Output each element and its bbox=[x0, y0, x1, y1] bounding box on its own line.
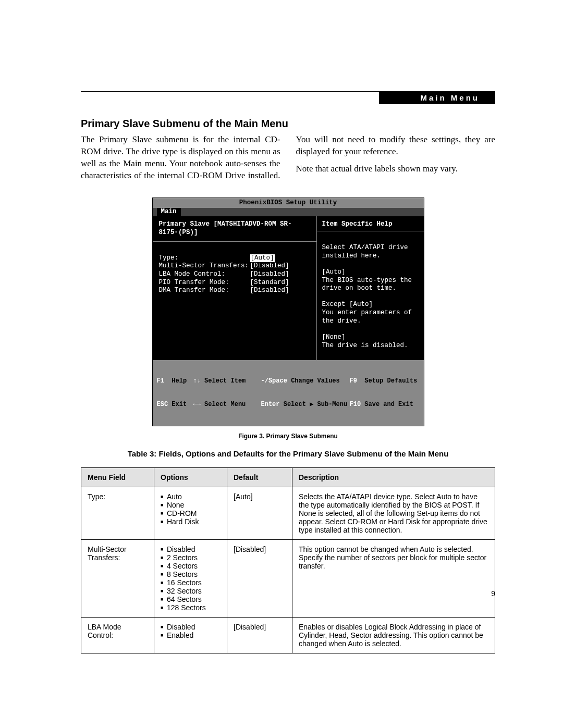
bios-help-line bbox=[322, 260, 419, 268]
bios-title: PhoenixBIOS Setup Utility bbox=[153, 198, 424, 208]
cell-description: This option cannot be changed when Auto … bbox=[292, 540, 495, 618]
th-description: Description bbox=[292, 468, 495, 487]
option-item: Auto bbox=[161, 492, 221, 501]
bios-help-line: [None] bbox=[322, 334, 419, 342]
cell-options: DisabledEnabled bbox=[154, 618, 227, 653]
section-title: Primary Slave Submenu of the Main Menu bbox=[81, 118, 495, 130]
bios-field-value: [Disabled] bbox=[250, 287, 289, 295]
th-options: Options bbox=[154, 468, 227, 487]
bios-footer: F1 Help ↑↓ Select Item -/Space Change Va… bbox=[153, 360, 424, 426]
cell-options: Disabled2 Sectors4 Sectors8 Sectors16 Se… bbox=[154, 540, 227, 618]
bios-field-value: [Standard] bbox=[250, 279, 289, 287]
cell-default: [Auto] bbox=[227, 487, 292, 540]
cell-menu-field: Type: bbox=[81, 487, 154, 540]
option-item: 16 Sectors bbox=[161, 578, 221, 587]
bios-help-line bbox=[322, 293, 419, 301]
th-default: Default bbox=[227, 468, 292, 487]
bios-help-panel: Item Specific Help Select ATA/ATAPI driv… bbox=[316, 216, 424, 360]
option-item: 2 Sectors bbox=[161, 553, 221, 562]
bios-help-line: Except [Auto] bbox=[322, 301, 419, 309]
page-number: 9 bbox=[491, 589, 495, 598]
bios-tab-main: Main bbox=[157, 208, 181, 216]
option-item: 4 Sectors bbox=[161, 562, 221, 570]
cell-menu-field: Multi-Sector Transfers: bbox=[81, 540, 154, 618]
bios-help-line bbox=[322, 325, 419, 334]
body-paragraph-2: Note that actual drive labels shown may … bbox=[296, 163, 496, 175]
bios-help-line: the drive. bbox=[322, 317, 419, 326]
bios-field-value: [Disabled] bbox=[250, 262, 289, 270]
bios-tab-row: Main bbox=[153, 208, 424, 216]
bios-field-key: PIO Transfer Mode: bbox=[159, 279, 250, 287]
option-item: 128 Sectors bbox=[161, 603, 221, 612]
bios-field-key: DMA Transfer Mode: bbox=[159, 287, 250, 295]
bios-field-key: LBA Mode Control: bbox=[159, 270, 250, 279]
bios-field-value: [Auto] bbox=[250, 254, 275, 263]
cell-default: [Disabled] bbox=[227, 618, 292, 653]
cell-options: AutoNoneCD-ROMHard Disk bbox=[154, 487, 227, 540]
option-item: 64 Sectors bbox=[161, 595, 221, 603]
table-row: LBA Mode Control:DisabledEnabled[Disable… bbox=[81, 618, 495, 653]
option-item: 8 Sectors bbox=[161, 570, 221, 578]
bios-field-row: Multi-Sector Transfers:[Disabled] bbox=[159, 262, 311, 270]
header-bar: Main Menu bbox=[379, 91, 496, 104]
bios-help-line: Select ATA/ATAPI drive bbox=[322, 244, 419, 252]
cell-menu-field: LBA Mode Control: bbox=[81, 618, 154, 653]
bios-field-row: PIO Transfer Mode:[Standard] bbox=[159, 279, 311, 287]
bios-help-line: drive on boot time. bbox=[322, 285, 419, 293]
option-item: CD-ROM bbox=[161, 509, 221, 517]
bios-field-value: [Disabled] bbox=[250, 270, 289, 279]
table-caption: Table 3: Fields, Options and Defaults fo… bbox=[81, 449, 495, 458]
option-item: 32 Sectors bbox=[161, 587, 221, 595]
bios-field-row: LBA Mode Control:[Disabled] bbox=[159, 270, 311, 279]
table-row: Type:AutoNoneCD-ROMHard Disk[Auto]Select… bbox=[81, 487, 495, 540]
bios-field-key: Multi-Sector Transfers: bbox=[159, 262, 250, 270]
th-menu-field: Menu Field bbox=[81, 468, 154, 487]
option-item: Hard Disk bbox=[161, 517, 221, 526]
cell-default: [Disabled] bbox=[227, 540, 292, 618]
bios-field-row: Type:[Auto] bbox=[159, 254, 311, 263]
bios-help-line: The BIOS auto-types the bbox=[322, 277, 419, 285]
table-row: Multi-Sector Transfers:Disabled2 Sectors… bbox=[81, 540, 495, 618]
option-item: Enabled bbox=[161, 631, 221, 639]
cell-description: Enables or disables Logical Block Addres… bbox=[292, 618, 495, 653]
bios-field-key: Type: bbox=[159, 254, 250, 263]
bios-help-line: installed here. bbox=[322, 252, 419, 261]
option-item: Disabled bbox=[161, 545, 221, 553]
header-rule: Main Menu bbox=[81, 91, 495, 92]
bios-left-panel: Primary Slave [MATSHITADVD-ROM SR-8175-(… bbox=[153, 216, 316, 360]
cell-description: Selects the ATA/ATAPI device type. Selec… bbox=[292, 487, 495, 540]
option-item: None bbox=[161, 501, 221, 509]
bios-help-line: The drive is disabled. bbox=[322, 342, 419, 350]
bios-help-line: You enter parameters of bbox=[322, 309, 419, 317]
bios-field-row: DMA Transfer Mode:[Disabled] bbox=[159, 287, 311, 295]
option-item: Disabled bbox=[161, 623, 221, 631]
bios-screenshot: PhoenixBIOS Setup Utility Main Primary S… bbox=[152, 198, 424, 426]
figure-caption: Figure 3. Primary Slave Submenu bbox=[81, 433, 495, 440]
body-columns: The Primary Slave submenu is for the int… bbox=[81, 134, 495, 182]
bios-help-line: [Auto] bbox=[322, 268, 419, 277]
options-table: Menu Field Options Default Description T… bbox=[81, 467, 495, 653]
bios-help-header: Item Specific Help bbox=[322, 220, 419, 235]
bios-left-header: Primary Slave [MATSHITADVD-ROM SR-8175-(… bbox=[159, 220, 311, 243]
